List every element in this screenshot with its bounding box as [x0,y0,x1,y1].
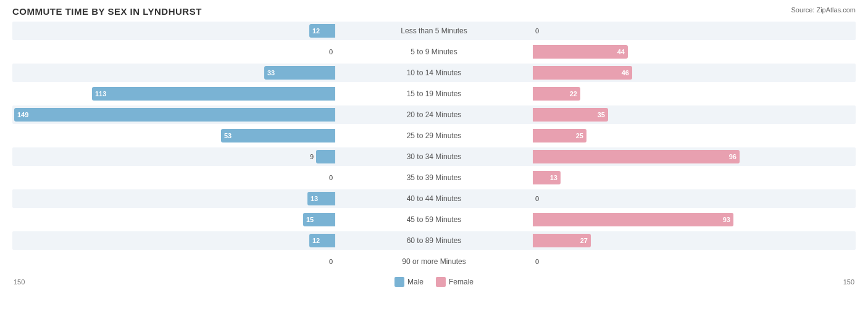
row-label: 10 to 14 Minutes [335,68,533,77]
female-value: 0 [535,195,539,202]
male-value-inside: 113 [92,90,109,97]
male-value: 0 [329,258,333,265]
male-value-inside: 15 [303,216,317,223]
right-col: 44 [533,43,856,61]
female-value-inside: 44 [614,48,628,56]
female-swatch [436,277,446,287]
row-label: 35 to 39 Minutes [335,173,533,182]
bar-male: 15 [303,213,335,226]
axis-label-left: 150 [14,278,25,286]
female-value-inside: 46 [619,69,632,76]
chart-row: 12 60 to 89 Minutes 27 [12,231,856,250]
bar-male: 12 [309,24,335,38]
right-col: 13 [533,168,856,187]
male-value-inside: 33 [264,69,278,76]
bar-female: 44 [533,45,628,59]
chart-row: 0 5 to 9 Minutes 44 [12,43,856,61]
bar-male: 13 [307,192,335,205]
bar-female: 13 [533,171,561,184]
row-label: 5 to 9 Minutes [335,47,533,56]
chart-container: 12 Less than 5 Minutes 0 0 5 to 9 Minute… [12,22,856,273]
chart-row: 53 25 to 29 Minutes 25 [12,126,856,145]
male-swatch [394,277,404,287]
right-col: 27 [533,231,856,250]
male-value-inside: 53 [221,132,235,139]
bar-female: 22 [533,87,580,101]
right-col: 35 [533,105,856,124]
female-value-inside: 35 [595,111,608,118]
male-value-inside: 149 [14,111,31,118]
chart-row: 113 15 to 19 Minutes 22 [12,85,856,103]
legend-female: Female [436,277,474,287]
right-col: 0 [533,189,856,208]
row-label: 60 to 89 Minutes [335,236,533,245]
axis-label-right: 150 [843,278,854,286]
female-value-inside: 25 [573,132,586,139]
left-col: 0 [12,168,335,187]
row-label: 90 or more Minutes [335,257,533,266]
female-value: 0 [535,27,539,35]
bar-female: 46 [533,66,632,80]
row-label: 25 to 29 Minutes [335,131,533,140]
left-col: 12 [12,22,335,40]
female-value-inside: 27 [577,237,591,244]
male-value: 0 [329,48,333,56]
left-col: 33 [12,64,335,82]
chart-row: 9 30 to 34 Minutes 96 [12,147,856,166]
left-col: 0 [12,43,335,61]
left-col: 149 [12,105,335,124]
row-label: 30 to 34 Minutes [335,152,533,161]
male-value: 9 [310,153,314,160]
male-value-inside: 12 [309,27,323,35]
chart-row: 13 40 to 44 Minutes 0 [12,189,856,208]
female-value: 0 [535,258,539,265]
bar-female: 93 [533,213,733,226]
bar-male: 12 [309,234,335,247]
left-col: 53 [12,126,335,145]
left-col: 13 [12,189,335,208]
chart-row: 149 20 to 24 Minutes 35 [12,105,856,124]
male-value-inside: 12 [309,237,323,244]
right-col: 96 [533,147,856,166]
right-col: 46 [533,64,856,82]
legend-male: Male [394,277,424,287]
legend-row: 150 Male Female 150 [12,277,856,287]
row-label: 15 to 19 Minutes [335,89,533,98]
right-col: 0 [533,22,856,40]
legend-items: Male Female [394,277,474,287]
row-label: 40 to 44 Minutes [335,194,533,203]
bar-female: 25 [533,129,586,142]
female-value-inside: 22 [567,90,580,97]
bar-female: 96 [533,150,740,163]
right-col: 25 [533,126,856,145]
right-col: 22 [533,85,856,103]
left-col: 0 [12,252,335,271]
male-label: Male [407,278,424,286]
female-label: Female [449,278,474,286]
bar-male: 149 [14,108,335,122]
bar-male [316,150,335,163]
bar-female: 27 [533,234,591,247]
row-label: Less than 5 Minutes [335,27,533,35]
left-col: 15 [12,210,335,229]
left-col: 12 [12,231,335,250]
right-col: 93 [533,210,856,229]
female-value-inside: 13 [547,174,561,181]
bar-male: 33 [264,66,335,80]
right-col: 0 [533,252,856,271]
male-value: 0 [329,174,333,181]
row-label: 45 to 59 Minutes [335,215,533,224]
male-value-inside: 13 [307,195,321,202]
chart-row: 33 10 to 14 Minutes 46 [12,64,856,82]
left-col: 9 [12,147,335,166]
bar-female: 35 [533,108,608,122]
chart-row: 15 45 to 59 Minutes 93 [12,210,856,229]
female-value-inside: 96 [726,153,740,160]
chart-title: COMMUTE TIME BY SEX IN LYNDHURST [12,6,202,17]
bar-male: 53 [221,129,335,142]
bar-male: 113 [92,87,335,101]
left-col: 113 [12,85,335,103]
source-label: Source: ZipAtlas.com [791,6,856,14]
chart-row: 12 Less than 5 Minutes 0 [12,22,856,40]
chart-row: 0 90 or more Minutes 0 [12,252,856,271]
